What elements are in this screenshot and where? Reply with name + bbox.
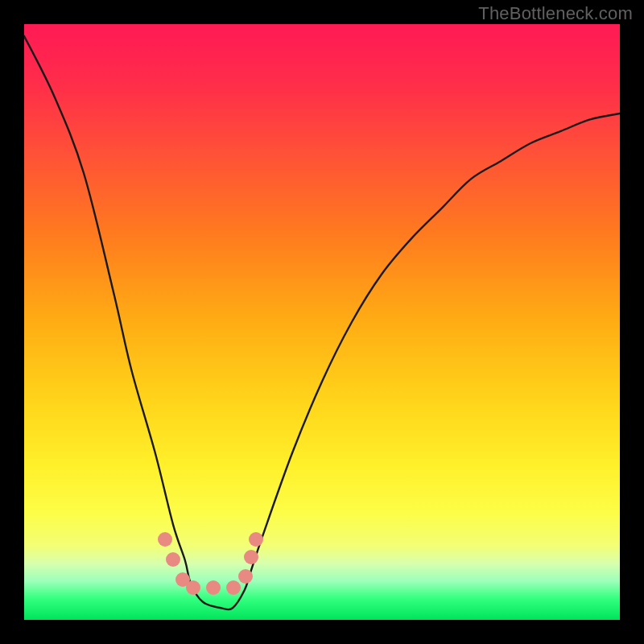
valley-marker	[244, 550, 258, 564]
valley-marker	[249, 532, 263, 547]
plot-area	[24, 24, 620, 620]
valley-marker	[186, 580, 200, 595]
chart-frame: TheBottleneck.com	[0, 0, 644, 644]
plot-svg	[24, 24, 620, 620]
gradient-background	[24, 24, 620, 620]
watermark-text: TheBottleneck.com	[478, 3, 633, 24]
valley-marker	[226, 580, 241, 595]
valley-marker	[238, 569, 253, 584]
valley-marker	[158, 532, 172, 547]
valley-marker	[166, 552, 180, 567]
valley-marker	[206, 580, 221, 595]
